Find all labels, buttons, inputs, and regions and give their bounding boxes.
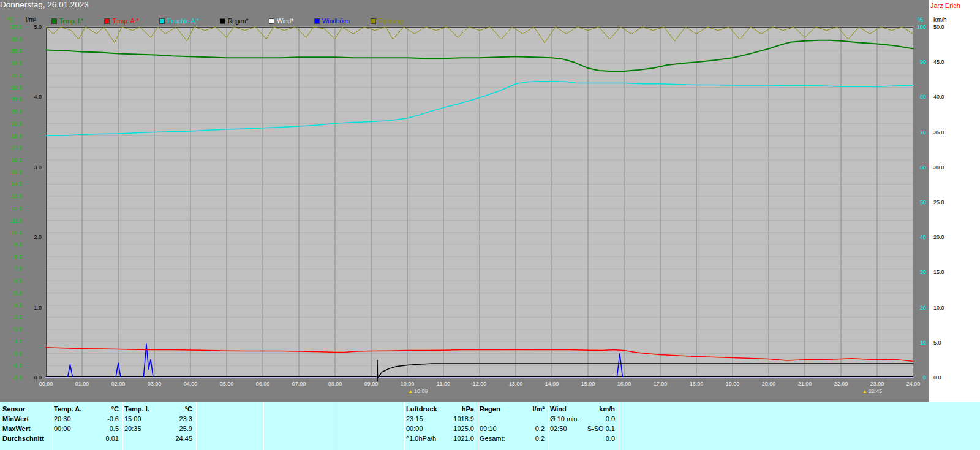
cell-text-left: Gesamt: [480,435,505,442]
summary-cell [264,415,333,423]
axis-tick-label: 20.0 [0,109,22,115]
summary-cell [334,435,403,443]
summary-cell: 09:100.2 [478,425,547,433]
summary-cell: 00:001025.0 [405,425,477,433]
cell-text-right: -0.6 [107,415,119,422]
axis-tick-label: 1.0 [0,338,22,345]
legend-item[interactable]: Windböen [314,18,350,25]
axis-tick-label: 80 [914,94,926,100]
summary-cell: Gesamt:0.2 [478,435,547,443]
axis-tick-label: -1.0 [0,362,22,368]
legend-item[interactable]: Feuchte A.* [159,18,199,25]
axis-tick-label: 90 [914,59,926,65]
cell-text-right: 1018.9 [453,415,474,422]
cell-text-right: S-SO 0.1 [587,425,615,432]
cell-text-left: 00:00 [54,425,71,432]
summary-cell [264,435,333,443]
time-tick-label: 19:00 [726,381,740,387]
axis-tick-label: 40.0 [933,94,944,100]
cell-text-right: km/h [599,405,615,413]
time-tick-label: 17:00 [654,381,668,387]
legend-color-swatch [314,18,320,24]
time-tick-label: 10:00 [401,381,415,387]
time-tick-label: 21:00 [798,381,812,387]
legend-item[interactable]: Temp. I.* [51,18,83,25]
axis-tick-label: 27.0 [0,24,22,30]
time-tick-label: 05:00 [220,381,234,387]
summary-cell [334,415,403,423]
time-tick-label: 12:00 [473,381,487,387]
table-row-label: Sensor [2,405,25,413]
axis-tick-label: 0.0 [24,375,42,381]
cell-text-left: 00:00 [406,425,423,432]
cell-text-left: Wind [550,405,567,413]
axis-tick-label: 2.0 [24,234,42,240]
axis-tick-label: 45.0 [933,59,944,65]
axis-tick-label: 20.0 [933,234,944,240]
legend-color-swatch [371,18,376,24]
cell-text-right: l/m² [532,405,545,413]
axis-tick-label: 25.0 [933,199,944,205]
time-tick-label: 03:00 [148,381,162,387]
axis-tick-label: 11.0 [0,218,22,224]
legend-color-swatch [51,18,57,24]
summary-cell: 20:3525.9 [123,425,195,433]
axis-tick-label: 10 [914,340,926,346]
axis-tick-label: 40 [914,234,926,240]
warning-triangle-icon: ▲ [408,389,413,394]
time-tick-label: 20:00 [762,381,776,387]
axis-tick-label: 8.0 [0,254,22,260]
cell-text-right: 0.2 [535,425,545,432]
time-tick-label: 01:00 [75,381,89,387]
legend-item[interactable]: Richtung [371,18,402,25]
summary-cell: ^1.0hPa/h1021.0 [405,435,477,443]
axis-tick-label: 24.0 [0,60,22,66]
cell-text-left: Luftdruck [406,405,437,413]
legend-item[interactable]: Wind* [269,18,293,25]
cell-text-right: 0.2 [535,435,545,442]
axis-tick-label: 5.0 [933,340,941,346]
cell-text-left: 20:35 [124,425,141,432]
time-tick-label: 16:00 [617,381,631,387]
summary-table: SensorMinWertMaxWertDurchschnittTemp. A.… [0,402,980,450]
date-title: Donnerstag, 26.01.2023 [0,0,89,9]
legend-item[interactable]: Regen* [220,18,248,25]
event-marker-time: 10:09 [414,388,428,394]
legend-label: Temp. A.* [112,18,138,25]
axis-tick-label: 50 [914,199,926,205]
legend-item[interactable]: Temp. A.* [104,18,138,25]
axis-tick-label: 5.0 [24,24,42,30]
summary-cell [334,425,403,433]
summary-cell [264,405,333,413]
axis-tick-label: 15.0 [933,269,944,275]
axis-tick-label: 14.0 [0,181,22,187]
cell-text-left: Regen [480,405,500,413]
axis-tick-label: 35.0 [933,129,944,135]
axis-tick-label: 20 [914,305,926,311]
legend-label: Wind* [277,18,293,25]
summary-cell: Windkm/h [549,405,617,413]
chart-plot-area[interactable] [46,27,913,378]
legend-color-swatch [104,18,110,24]
summary-cell [197,415,262,423]
cell-text-right: 0.01 [106,435,119,442]
cell-text-right: 1021.0 [453,435,474,442]
axis-tick-label: 30.0 [933,164,944,170]
legend-label: Windböen [322,18,350,25]
cell-text-right: hPa [462,405,474,413]
axis-tick-label: 26.0 [0,36,22,42]
cell-text-left: Temp. I. [124,405,149,413]
cell-text-right: °C [111,405,119,413]
summary-cell: Ø 10 min.0.0 [549,415,617,423]
axis-tick-label: 17.0 [0,145,22,151]
summary-cell: 15:0023.3 [123,415,195,423]
time-tick-label: 15:00 [581,381,595,387]
summary-cell: 23:151018.9 [405,415,477,423]
time-tick-label: 13:00 [509,381,523,387]
axis-tick-label: 23.0 [0,72,22,78]
axis-tick-label: 9.0 [0,242,22,248]
time-tick-label: 07:00 [292,381,306,387]
chart-legend: Temp. I.*Temp. A.*Feuchte A.*Regen*Wind*… [51,17,403,25]
cell-text-right: 25.9 [179,425,192,432]
axis-tick-label: 2.0 [0,326,22,332]
